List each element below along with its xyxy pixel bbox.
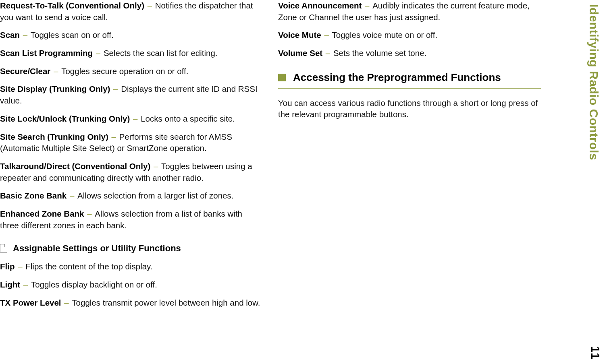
dash-separator: –: [53, 66, 61, 76]
description: Locks onto a specific site.: [141, 114, 235, 123]
section-heading: Accessing the Preprogrammed Functions: [278, 71, 541, 89]
subheading-row: Assignable Settings or Utility Functions: [0, 243, 263, 254]
definition-entry: Site Display (Trunking Only) – Displays …: [0, 83, 263, 106]
term: Site Display (Trunking Only): [0, 84, 110, 93]
dash-separator: –: [63, 298, 72, 307]
dash-separator: –: [323, 30, 332, 39]
dash-separator: –: [147, 1, 155, 10]
term: Scan List Programming: [0, 48, 93, 58]
description: Toggles secure operation on or off.: [61, 66, 188, 76]
dash-separator: –: [325, 48, 333, 58]
description: Toggles scan on or off.: [31, 30, 114, 39]
definition-entry: Flip – Flips the content of the top disp…: [0, 261, 263, 273]
definition-entry: Voice Announcement – Audibly indicates t…: [278, 0, 541, 23]
term: Secure/Clear: [0, 66, 50, 76]
dash-separator: –: [132, 114, 141, 123]
term: Scan: [0, 30, 20, 39]
term: Voice Announcement: [278, 1, 362, 10]
definition-entry: Site Lock/Unlock (Trunking Only) – Locks…: [0, 113, 263, 125]
definition-entry: Talkaround/Direct (Conventional Only) – …: [0, 161, 263, 184]
dash-separator: –: [364, 1, 372, 10]
definition-entry: Request-To-Talk (Conventional Only) – No…: [0, 0, 263, 23]
left-column: Request-To-Talk (Conventional Only) – No…: [0, 0, 270, 315]
term: Basic Zone Bank: [0, 191, 67, 200]
definition-entry: Volume Set – Sets the volume set tone.: [278, 48, 541, 59]
definition-entry: Voice Mute – Toggles voice mute on or of…: [278, 29, 541, 41]
description: Flips the content of the top display.: [25, 262, 152, 271]
description: Selects the scan list for editing.: [104, 48, 218, 58]
section-heading-row: Accessing the Preprogrammed Functions: [278, 71, 541, 84]
term: Light: [0, 280, 20, 289]
section-rule: [278, 88, 541, 89]
definition-entry: Scan – Toggles scan on or off.: [0, 29, 263, 41]
dash-separator: –: [69, 191, 77, 200]
term: Site Lock/Unlock (Trunking Only): [0, 114, 130, 123]
dash-separator: –: [86, 209, 95, 218]
dash-separator: –: [22, 30, 31, 39]
description: Allows selection from a larger list of z…: [77, 191, 233, 200]
term: Volume Set: [278, 48, 322, 58]
term: TX Power Level: [0, 298, 61, 307]
term: Flip: [0, 262, 15, 271]
dash-separator: –: [17, 262, 25, 271]
definition-entry: Enhanced Zone Bank – Allows selection fr…: [0, 208, 263, 231]
term: Site Search (Trunking Only): [0, 132, 108, 141]
dash-separator: –: [23, 280, 31, 289]
term: Request-To-Talk (Conventional Only): [0, 1, 144, 10]
square-bullet-icon: [278, 74, 286, 81]
dash-separator: –: [95, 48, 104, 58]
page-content: Request-To-Talk (Conventional Only) – No…: [0, 0, 564, 315]
description: Toggles display backlight on or off.: [31, 280, 157, 289]
side-chapter-label: Identifying Radio Controls: [587, 4, 601, 160]
right-column: Voice Announcement – Audibly indicates t…: [278, 0, 548, 315]
dash-separator: –: [111, 132, 119, 141]
description: Toggles transmit power level between hig…: [72, 298, 260, 307]
description: Sets the volume set tone.: [333, 48, 426, 58]
definition-entry: Site Search (Trunking Only) – Performs s…: [0, 131, 263, 154]
dash-separator: –: [112, 84, 121, 93]
definition-entry: Basic Zone Bank – Allows selection from …: [0, 190, 263, 202]
definition-entry: Light – Toggles display backlight on or …: [0, 279, 263, 291]
document-icon: [0, 244, 7, 253]
term: Talkaround/Direct (Conventional Only): [0, 161, 150, 171]
term: Voice Mute: [278, 30, 321, 39]
subheading-title: Assignable Settings or Utility Functions: [13, 243, 181, 254]
section-body: You can access various radio functions t…: [278, 97, 541, 120]
description: Toggles voice mute on or off.: [332, 30, 438, 39]
definition-entry: Secure/Clear – Toggles secure operation …: [0, 66, 263, 77]
section-title: Accessing the Preprogrammed Functions: [293, 71, 501, 84]
definition-entry: Scan List Programming – Selects the scan…: [0, 48, 263, 59]
definition-entry: TX Power Level – Toggles transmit power …: [0, 297, 263, 309]
term: Enhanced Zone Bank: [0, 209, 84, 218]
page-number: 11: [588, 346, 602, 359]
dash-separator: –: [153, 161, 161, 171]
